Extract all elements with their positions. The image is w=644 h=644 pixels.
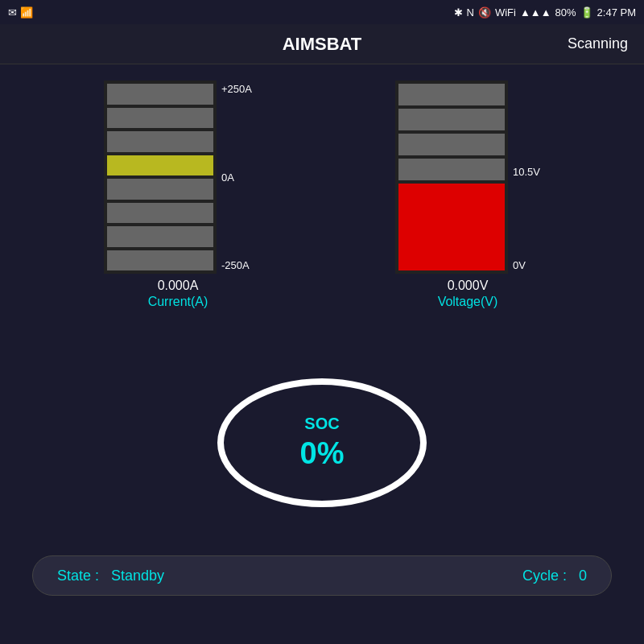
state-label: State : Standby <box>57 568 164 584</box>
current-bar-wrapper <box>104 80 217 274</box>
main-content: +250A 0A -250A 0.000A Current(A) <box>0 64 644 644</box>
clock: 2:47 PM <box>597 6 636 19</box>
current-seg-5 <box>107 179 213 200</box>
current-seg-7 <box>107 226 213 247</box>
state-key: State : <box>57 568 99 584</box>
voltage-seg-4 <box>398 159 505 180</box>
voltage-bar-with-labels: 10.5V 0V <box>395 80 540 274</box>
state-value: Standby <box>111 568 164 584</box>
voltage-seg-5-active <box>398 184 505 270</box>
phone-icon: 📶 <box>20 6 33 19</box>
voltage-axis-labels: 10.5V 0V <box>513 80 540 274</box>
voltage-bot-label: 0V <box>513 260 540 270</box>
current-bot-label: -250A <box>221 260 252 270</box>
soc-label: SOC <box>304 415 339 433</box>
voltage-unit: Voltage(V) <box>438 295 498 309</box>
scanning-label: Scanning <box>568 35 628 52</box>
mute-icon: 🔇 <box>478 6 491 19</box>
voltage-seg-3 <box>398 134 505 155</box>
current-top-label: +250A <box>221 84 252 94</box>
voltage-value: 0.000V <box>448 279 489 293</box>
bluetooth-icon: ✱ <box>454 6 463 19</box>
current-unit: Current(A) <box>148 295 208 309</box>
status-left-icons: ✉ 📶 <box>8 6 33 19</box>
current-seg-6 <box>107 203 213 224</box>
soc-container: SOC 0% <box>0 338 644 547</box>
current-seg-1 <box>107 84 213 105</box>
voltage-mid-label: 10.5V <box>513 167 540 177</box>
message-icon: ✉ <box>8 6 17 19</box>
voltage-bar-wrapper <box>395 80 508 274</box>
soc-value: 0% <box>300 436 345 471</box>
current-axis-labels: +250A 0A -250A <box>221 80 252 274</box>
current-mid-label: 0A <box>221 172 252 183</box>
current-seg-3 <box>107 131 213 152</box>
current-seg-8 <box>107 250 213 271</box>
nfc-icon: N <box>467 6 474 19</box>
cycle-key: Cycle : <box>522 568 567 584</box>
soc-circle: SOC 0% <box>217 378 427 507</box>
app-header: AIMSBAT Scanning <box>0 24 644 64</box>
app-title: AIMSBAT <box>283 34 362 55</box>
voltage-seg-2 <box>398 109 505 130</box>
current-seg-4-active <box>107 155 213 176</box>
battery-icon: 🔋 <box>580 6 593 19</box>
current-bar-with-labels: +250A 0A -250A <box>104 80 252 274</box>
status-bottom-bar: State : Standby Cycle : 0 <box>32 555 612 596</box>
cycle-label: Cycle : 0 <box>522 568 587 584</box>
current-value: 0.000A <box>158 279 199 293</box>
current-seg-2 <box>107 108 213 129</box>
current-gauge: +250A 0A -250A 0.000A Current(A) <box>104 80 252 309</box>
cycle-value: 0 <box>579 568 587 584</box>
status-right-icons: ✱ N 🔇 WiFi ▲▲▲ 80% 🔋 2:47 PM <box>454 6 636 19</box>
wifi-icon: WiFi <box>495 6 516 19</box>
voltage-gauge: 10.5V 0V 0.000V Voltage(V) <box>395 80 540 309</box>
battery-percent: 80% <box>555 6 576 19</box>
voltage-seg-1 <box>398 84 505 105</box>
status-bar: ✉ 📶 ✱ N 🔇 WiFi ▲▲▲ 80% 🔋 2:47 PM <box>0 0 644 24</box>
signal-icon: ▲▲▲ <box>520 6 551 19</box>
gauges-area: +250A 0A -250A 0.000A Current(A) <box>0 64 644 322</box>
